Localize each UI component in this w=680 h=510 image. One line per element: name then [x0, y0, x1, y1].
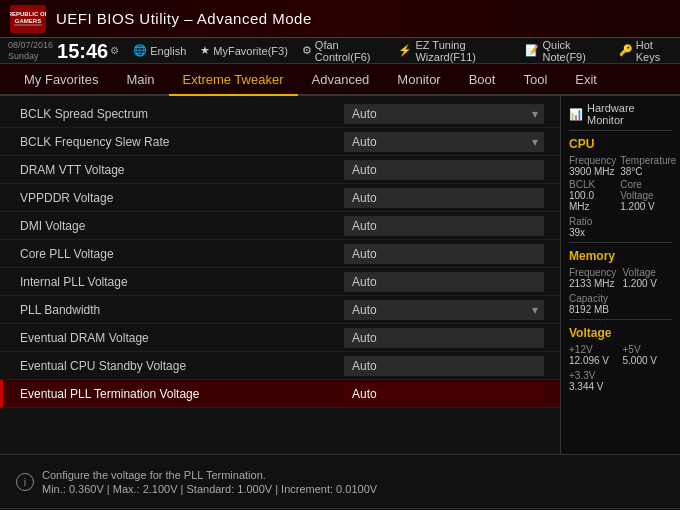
setting-pll-bandwidth[interactable]: PLL Bandwidth Auto [0, 296, 560, 324]
setting-vppddr-value[interactable]: Auto [344, 188, 544, 208]
setting-eventual-pll-term[interactable]: Eventual PLL Termination Voltage Auto [0, 380, 560, 408]
setting-eventual-cpu-standby-label: Eventual CPU Standby Voltage [20, 359, 344, 373]
voltage-5v: +5V 5.000 V [623, 344, 673, 366]
cpu-core-voltage: Core Voltage 1.200 V [620, 179, 676, 212]
nav-item-main[interactable]: Main [112, 63, 168, 95]
setting-eventual-dram[interactable]: Eventual DRAM Voltage Auto [0, 324, 560, 352]
setting-bclk-slew-value[interactable]: Auto [344, 132, 544, 152]
globe-icon: 🌐 [133, 44, 147, 57]
info-icon: i [16, 473, 34, 491]
setting-core-pll-value[interactable]: Auto [344, 244, 544, 264]
hw-monitor-title: Hardware Monitor [587, 102, 672, 126]
hw-monitor-header: 📊 Hardware Monitor [569, 102, 672, 131]
toolbar-date: 08/07/2016 [8, 40, 53, 51]
nav-item-exit[interactable]: Exit [561, 63, 611, 95]
setting-dram-vtt-label: DRAM VTT Voltage [20, 163, 344, 177]
svg-text:REPUBLIC OF: REPUBLIC OF [10, 11, 46, 17]
hardware-monitor-panel: 📊 Hardware Monitor CPU Frequency 3900 MH… [560, 96, 680, 454]
setting-bclk-slew[interactable]: BCLK Frequency Slew Rate Auto [0, 128, 560, 156]
toolbar-hotkeys[interactable]: 🔑 Hot Keys [619, 39, 672, 63]
setting-internal-pll-value[interactable]: Auto [344, 272, 544, 292]
cpu-section-title: CPU [569, 137, 672, 151]
time-settings-icon[interactable]: ⚙ [110, 45, 119, 56]
setting-internal-pll[interactable]: Internal PLL Voltage Auto [0, 268, 560, 296]
voltage-33v: +3.3V 3.344 V [569, 370, 672, 392]
setting-pll-bandwidth-value[interactable]: Auto [344, 300, 544, 320]
setting-bclk-spread-value[interactable]: Auto [344, 104, 544, 124]
memory-voltage: Voltage 1.200 V [623, 267, 673, 289]
rog-logo-icon: REPUBLIC OF GAMERS [10, 5, 46, 33]
setting-eventual-cpu-standby[interactable]: Eventual CPU Standby Voltage Auto [0, 352, 560, 380]
setting-dram-vtt-value[interactable]: Auto [344, 160, 544, 180]
setting-eventual-pll-term-value[interactable]: Auto [344, 384, 544, 404]
nav-exit-label: Exit [575, 72, 597, 87]
toolbar-quicknote[interactable]: 📝 Quick Note(F9) [525, 39, 604, 63]
info-params: Min.: 0.360V | Max.: 2.100V | Standard: … [42, 483, 377, 495]
toolbar-time: 15:46 [57, 41, 108, 61]
setting-dmi-value[interactable]: Auto [344, 216, 544, 236]
toolbar-eztuning[interactable]: ⚡ EZ Tuning Wizard(F11) [398, 39, 511, 63]
cpu-ratio: Ratio 39x [569, 216, 672, 238]
setting-vppddr-label: VPPDDR Voltage [20, 191, 344, 205]
nav-monitor-label: Monitor [397, 72, 440, 87]
info-description: Configure the voltage for the PLL Termin… [42, 469, 377, 481]
toolbar-qfan[interactable]: ⚙ Qfan Control(F6) [302, 39, 385, 63]
setting-eventual-cpu-standby-value[interactable]: Auto [344, 356, 544, 376]
main-content: BCLK Spread Spectrum Auto BCLK Frequency… [0, 96, 680, 454]
hw-divider-1 [569, 242, 672, 243]
setting-eventual-pll-term-label: Eventual PLL Termination Voltage [20, 387, 344, 401]
nav-item-advanced[interactable]: Advanced [298, 63, 384, 95]
nav-myfavorites-label: My Favorites [24, 72, 98, 87]
note-icon: 📝 [525, 44, 539, 57]
fan-icon: ⚙ [302, 44, 312, 57]
nav-bar: My Favorites Main Extreme Tweaker Advanc… [0, 64, 680, 96]
cpu-grid: Frequency 3900 MHz Temperature 38°C BCLK… [569, 155, 672, 212]
nav-extreme-tweaker-label: Extreme Tweaker [183, 72, 284, 87]
voltage-grid: +12V 12.096 V +5V 5.000 V [569, 344, 672, 366]
toolbar-myfavorite-label: MyFavorite(F3) [213, 45, 288, 57]
key-icon: 🔑 [619, 44, 633, 57]
setting-dmi-label: DMI Voltage [20, 219, 344, 233]
memory-capacity: Capacity 8192 MB [569, 293, 672, 315]
toolbar-myfavorite[interactable]: ★ MyFavorite(F3) [200, 44, 288, 57]
toolbar: 08/07/2016 Sunday 15:46 ⚙ 🌐 English ★ My… [0, 38, 680, 64]
logo: REPUBLIC OF GAMERS [10, 5, 46, 33]
voltage-12v: +12V 12.096 V [569, 344, 619, 366]
nav-boot-label: Boot [469, 72, 496, 87]
memory-section-title: Memory [569, 249, 672, 263]
header: REPUBLIC OF GAMERS UEFI BIOS Utility – A… [0, 0, 680, 38]
nav-main-label: Main [126, 72, 154, 87]
info-content: Configure the voltage for the PLL Termin… [42, 469, 377, 495]
setting-internal-pll-label: Internal PLL Voltage [20, 275, 344, 289]
toolbar-hotkeys-label: Hot Keys [636, 39, 672, 63]
setting-pll-bandwidth-label: PLL Bandwidth [20, 303, 344, 317]
nav-item-boot[interactable]: Boot [455, 63, 510, 95]
voltage-section-title: Voltage [569, 326, 672, 340]
toolbar-quicknote-label: Quick Note(F9) [542, 39, 604, 63]
setting-bclk-spread-label: BCLK Spread Spectrum [20, 107, 344, 121]
memory-frequency: Frequency 2133 MHz [569, 267, 619, 289]
nav-item-monitor[interactable]: Monitor [383, 63, 454, 95]
cpu-frequency-label: Frequency 3900 MHz [569, 155, 616, 177]
setting-bclk-slew-label: BCLK Frequency Slew Rate [20, 135, 344, 149]
nav-item-extreme-tweaker[interactable]: Extreme Tweaker [169, 64, 298, 96]
cpu-bclk: BCLK 100.0 MHz [569, 179, 616, 212]
setting-core-pll[interactable]: Core PLL Voltage Auto [0, 240, 560, 268]
nav-tool-label: Tool [523, 72, 547, 87]
setting-dram-vtt[interactable]: DRAM VTT Voltage Auto [0, 156, 560, 184]
toolbar-language[interactable]: 🌐 English [133, 44, 186, 57]
toolbar-language-label: English [150, 45, 186, 57]
monitor-icon: 📊 [569, 108, 583, 121]
header-title: UEFI BIOS Utility – Advanced Mode [56, 10, 312, 27]
nav-item-myfavorites[interactable]: My Favorites [10, 63, 112, 95]
toolbar-qfan-label: Qfan Control(F6) [315, 39, 385, 63]
toolbar-eztuning-label: EZ Tuning Wizard(F11) [415, 39, 511, 63]
memory-grid: Frequency 2133 MHz Voltage 1.200 V [569, 267, 672, 289]
setting-dmi[interactable]: DMI Voltage Auto [0, 212, 560, 240]
setting-eventual-dram-label: Eventual DRAM Voltage [20, 331, 344, 345]
nav-item-tool[interactable]: Tool [509, 63, 561, 95]
cpu-temperature: Temperature 38°C [620, 155, 676, 177]
setting-bclk-spread[interactable]: BCLK Spread Spectrum Auto [0, 100, 560, 128]
setting-vppddr[interactable]: VPPDDR Voltage Auto [0, 184, 560, 212]
setting-eventual-dram-value[interactable]: Auto [344, 328, 544, 348]
